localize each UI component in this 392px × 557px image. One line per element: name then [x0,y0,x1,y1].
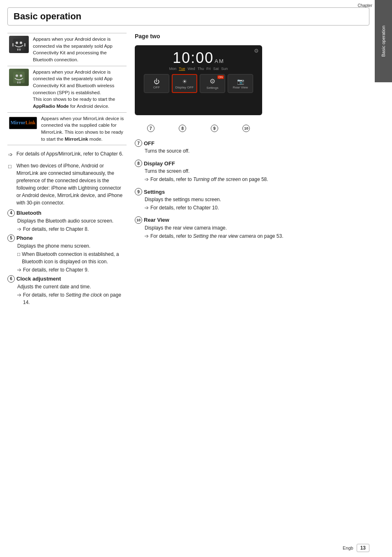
note-block: ➩ For details of Apps/MirrorLink, refer … [8,150,127,210]
android1-desc: Appears when your Android device is conn… [33,36,125,63]
display-off-icon: ☀ [182,78,187,85]
rear-view-label-head: Rear View [144,217,169,223]
day-sun: Sun [221,67,228,71]
display-off-label: Display OFF [175,86,194,89]
svg-rect-4 [19,49,21,51]
icon-row-mirrorlink: MirrorLink Appears when your MirrorLink … [7,113,127,146]
page-title-box: Basic operation [7,7,369,26]
off-heading: 7 OFF [135,140,369,147]
svg-rect-7 [13,72,25,83]
circle-num-8-ref: 8 [179,125,186,132]
arrow-note-icon: ➩ [8,151,14,159]
circle-num-9: 9 [135,188,142,195]
left-column: Appears when your Android device is conn… [7,33,127,541]
phone-square-note: □ When Bluetooth connection is establish… [17,251,127,265]
bluetooth-arrow-icon: ➩ [17,225,21,233]
off-label-head: OFF [144,140,154,146]
android2-desc: Appears when your Android device is conn… [33,69,125,110]
circle-num-7-ref: 7 [147,125,154,132]
bluetooth-sub-note: ➩ For details, refer to Chapter 8. [17,225,127,233]
note-two-devices-text: When two devices of iPhone, Android or M… [16,162,127,207]
android2-svg [12,70,26,85]
settings-gear-icon: ⚙ [210,77,215,85]
section-phone: 5 Phone Displays the phone menu screen. … [7,235,127,274]
clock-am: AM [214,58,224,64]
rear-view-desc: Displays the rear view camera image. [145,224,369,232]
svg-rect-0 [13,39,25,50]
right-column: Page two ⚙ 10:00AM Mon Tue Wed Thu Fri S… [135,33,369,541]
section-settings: 9 Settings Displays the settings menu sc… [135,188,369,211]
section-off: 7 OFF Turns the source off. [135,140,369,155]
chapter-sidebar-tab: Basic operation [375,0,392,82]
circle-num-4: 4 [7,209,15,217]
clock-time: 10:00 [173,49,214,67]
mirror-text: Mirror [10,120,25,126]
engb-label: Engb [343,545,353,550]
page-two-label: Page two [135,33,369,39]
display-mockup: ⚙ 10:00AM Mon Tue Wed Thu Fri Sat Sun ⏻ … [135,45,262,115]
bluetooth-body: Displays the Bluetooth audio source scre… [17,217,127,233]
svg-rect-5 [12,43,14,46]
android2-icon [9,69,29,86]
off-button[interactable]: ⏻ OFF [144,74,169,93]
bluetooth-sub-note-text: For details, refer to Chapter 8. [23,225,89,233]
settings-label: Settings [207,86,219,90]
off-desc: Turns the source off. [145,147,369,155]
note-apps-mirrorlink: ➩ For details of Apps/MirrorLink, refer … [8,150,127,159]
section-clock: 6 Clock adjustment Adjusts the current d… [7,276,127,306]
svg-rect-3 [17,49,18,51]
display-off-label-head: Display OFF [144,160,175,167]
settings-heading: 9 Settings [135,188,369,196]
circle-num-5: 5 [7,234,15,242]
day-fri: Fri [206,67,211,71]
settings-label-head: Settings [144,189,165,195]
phone-sub-note: ➩ For details, refer to Chapter 9. [17,266,127,274]
day-tue: Tue [179,67,185,71]
settings-arrow-icon: ➩ [145,204,149,211]
svg-point-8 [16,74,18,77]
clock-arrow-icon: ➩ [17,291,21,299]
rear-view-icon: 📷 [237,78,244,85]
circle-num-row: 7 8 9 10 [135,125,262,132]
phone-body: Displays the phone menu screen. □ When B… [17,242,127,274]
rear-view-button[interactable]: 📷 Rear View [228,74,253,93]
rear-view-body: Displays the rear view camera image. ➩ F… [145,224,369,240]
svg-rect-11 [19,81,21,84]
off-label: OFF [153,86,160,89]
svg-rect-6 [24,43,25,46]
phone-square-icon: □ [17,251,20,258]
display-off-body: Turns the screen off. ➩ For details, ref… [145,167,369,183]
phone-heading: 5 Phone [7,235,127,242]
settings-body: Displays the settings menu screen. ➩ For… [145,196,369,211]
circle-num-10-ref: 10 [242,125,250,132]
clock-sub-note-text: For details, refer to Setting the clock … [23,291,127,306]
settings-sub-note-text: For details, refer to Chapter 10. [150,204,219,211]
display-settings-icon: ⚙ [254,48,259,54]
settings-button[interactable]: ON ⚙ Settings [200,74,225,93]
circle-num-8: 8 [135,160,142,167]
icon-row-android1: Appears when your Android device is conn… [7,33,127,66]
display-off-heading: 8 Display OFF [135,160,369,167]
circle-num-9-ref: 9 [211,125,218,132]
display-off-arrow-icon: ➩ [145,176,149,183]
clock-body: Adjusts the current date and time. ➩ For… [17,283,127,306]
display-off-button[interactable]: ☀ Display OFF [172,74,197,93]
day-thu: Thu [198,67,204,71]
rear-view-label: Rear View [233,86,248,89]
section-bluetooth: 4 Bluetooth Displays the Bluetooth audio… [7,210,127,233]
note-two-devices: □ When two devices of iPhone, Android or… [8,162,127,207]
rear-view-sub-note: ➩ For details, refer to Setting the rear… [145,232,369,240]
clock-sub-note: ➩ For details, refer to Setting the cloc… [17,291,127,306]
day-mon: Mon [169,67,177,71]
circle-num-10: 10 [135,216,142,224]
bluetooth-heading: 4 Bluetooth [7,210,127,217]
on-badge: ON [217,75,224,79]
circle-num-6: 6 [7,275,15,283]
android1-icon [9,36,29,53]
clock-desc: Adjusts the current date and time. [17,283,127,290]
day-sat: Sat [213,67,219,71]
circle-num-7: 7 [135,139,142,147]
phone-square-text: When Bluetooth connection is established… [22,251,127,265]
display-clock: 10:00AM [173,49,224,67]
chapter-sidebar-label: Basic operation [381,26,386,57]
